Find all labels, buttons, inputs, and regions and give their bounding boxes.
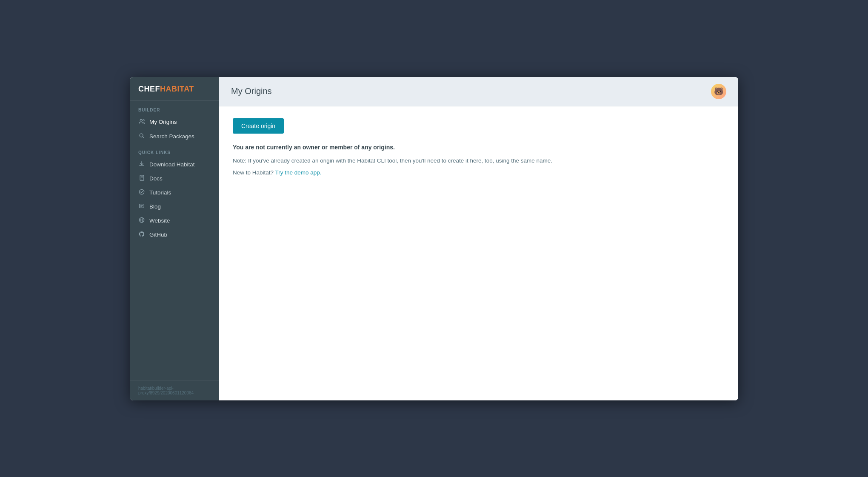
sidebar-item-github[interactable]: GitHub (130, 228, 219, 242)
svg-point-0 (140, 119, 142, 121)
github-icon (138, 231, 145, 238)
create-origin-button[interactable]: Create origin (233, 118, 284, 134)
new-to-habitat-text: New to Habitat? Try the demo app. (233, 169, 725, 176)
my-origins-icon (138, 118, 145, 126)
svg-line-3 (143, 137, 144, 138)
sidebar-footer: habitat/builder-api-proxy/8929/202006011… (130, 380, 219, 400)
main-body: Create origin You are not currently an o… (219, 106, 738, 400)
docs-icon (138, 175, 145, 182)
search-icon (138, 133, 145, 140)
my-origins-label: My Origins (149, 119, 177, 125)
blog-label: Blog (149, 203, 161, 210)
main-header: My Origins 🐻 (219, 77, 738, 106)
sidebar: CHEFHABITAT BUILDER My Origins (130, 77, 219, 400)
svg-rect-11 (140, 204, 144, 208)
sidebar-item-blog[interactable]: Blog (130, 200, 219, 214)
blog-icon (138, 203, 145, 210)
sidebar-item-download-habitat[interactable]: Download Habitat (130, 157, 219, 171)
github-label: GitHub (149, 231, 167, 238)
download-icon (138, 161, 145, 168)
version-text: habitat/builder-api-proxy/8929/202006011… (138, 386, 194, 395)
builder-section-label: BUILDER (130, 101, 219, 115)
download-habitat-label: Download Habitat (149, 161, 195, 168)
docs-label: Docs (149, 175, 163, 182)
svg-point-1 (143, 119, 144, 121)
quick-links-section-label: QUICK LINKS (130, 143, 219, 157)
page-title: My Origins (231, 86, 272, 96)
logo-chef: CHEF (138, 85, 160, 93)
sidebar-item-my-origins[interactable]: My Origins (130, 115, 219, 129)
new-to-habitat-prefix: New to Habitat? (233, 169, 274, 176)
sidebar-item-website[interactable]: Website (130, 214, 219, 228)
logo: CHEFHABITAT (130, 77, 219, 101)
sidebar-item-docs[interactable]: Docs (130, 171, 219, 186)
website-label: Website (149, 217, 170, 224)
note-text: Note: If you've already created an origi… (233, 157, 725, 165)
logo-habitat: HABITAT (160, 85, 194, 93)
sidebar-item-search-packages[interactable]: Search Packages (130, 129, 219, 143)
tutorials-label: Tutorials (149, 189, 171, 196)
demo-app-link[interactable]: Try the demo app. (275, 169, 322, 176)
main-content: My Origins 🐻 Create origin You are not c… (219, 77, 738, 400)
sidebar-item-tutorials[interactable]: Tutorials (130, 186, 219, 200)
svg-point-10 (139, 189, 144, 194)
website-icon (138, 217, 145, 224)
tutorials-icon (138, 189, 145, 196)
no-origins-message: You are not currently an owner or member… (233, 144, 725, 151)
user-avatar[interactable]: 🐻 (711, 84, 726, 99)
search-packages-label: Search Packages (149, 133, 194, 140)
